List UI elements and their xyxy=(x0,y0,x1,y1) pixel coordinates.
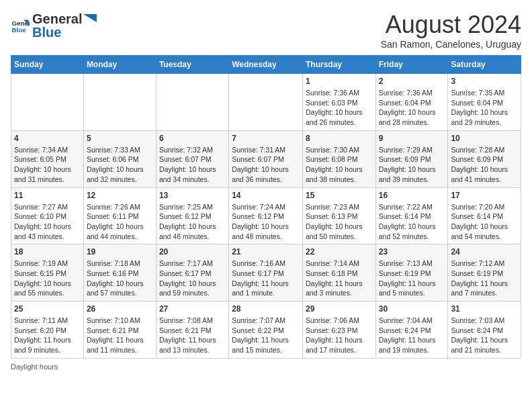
day-info: Sunrise: 7:25 AM Sunset: 6:12 PM Dayligh… xyxy=(159,202,226,242)
calendar-cell: 6Sunrise: 7:32 AM Sunset: 6:07 PM Daylig… xyxy=(156,130,228,187)
day-of-week-header: Tuesday xyxy=(156,56,228,74)
day-info: Sunrise: 7:08 AM Sunset: 6:21 PM Dayligh… xyxy=(159,316,226,355)
day-info: Sunrise: 7:16 AM Sunset: 6:17 PM Dayligh… xyxy=(232,259,300,298)
calendar-cell: 3Sunrise: 7:35 AM Sunset: 6:04 PM Daylig… xyxy=(448,74,521,131)
title-block: August 2024 San Ramon, Canelones, Urugua… xyxy=(381,11,521,50)
day-number: 15 xyxy=(306,191,373,200)
day-info: Sunrise: 7:34 AM Sunset: 6:05 PM Dayligh… xyxy=(14,145,81,185)
calendar-cell: 25Sunrise: 7:11 AM Sunset: 6:20 PM Dayli… xyxy=(11,302,84,359)
day-info: Sunrise: 7:14 AM Sunset: 6:18 PM Dayligh… xyxy=(306,259,373,298)
day-info: Sunrise: 7:10 AM Sunset: 6:21 PM Dayligh… xyxy=(87,316,153,355)
calendar-cell xyxy=(156,74,228,131)
day-number: 27 xyxy=(159,304,226,314)
day-of-week-header: Saturday xyxy=(448,56,521,74)
day-number: 7 xyxy=(232,134,300,143)
day-number: 10 xyxy=(451,134,518,143)
calendar-cell: 17Sunrise: 7:20 AM Sunset: 6:14 PM Dayli… xyxy=(448,187,521,244)
day-info: Sunrise: 7:32 AM Sunset: 6:07 PM Dayligh… xyxy=(159,145,226,185)
calendar-cell: 7Sunrise: 7:31 AM Sunset: 6:07 PM Daylig… xyxy=(229,130,303,187)
day-number: 21 xyxy=(232,247,300,257)
day-number: 5 xyxy=(87,134,153,143)
day-number: 23 xyxy=(379,247,445,257)
day-info: Sunrise: 7:12 AM Sunset: 6:19 PM Dayligh… xyxy=(451,259,518,298)
day-number: 24 xyxy=(451,247,518,257)
calendar-cell: 19Sunrise: 7:18 AM Sunset: 6:16 PM Dayli… xyxy=(83,244,156,302)
day-number: 29 xyxy=(306,304,373,314)
day-number: 17 xyxy=(451,191,518,200)
logo-blue-text: Blue xyxy=(32,24,97,40)
day-info: Sunrise: 7:22 AM Sunset: 6:14 PM Dayligh… xyxy=(379,202,445,242)
day-info: Sunrise: 7:07 AM Sunset: 6:22 PM Dayligh… xyxy=(232,316,300,355)
calendar-cell: 20Sunrise: 7:17 AM Sunset: 6:17 PM Dayli… xyxy=(156,244,228,302)
day-number: 30 xyxy=(379,304,445,314)
calendar-cell: 22Sunrise: 7:14 AM Sunset: 6:18 PM Dayli… xyxy=(302,244,375,302)
calendar-cell: 13Sunrise: 7:25 AM Sunset: 6:12 PM Dayli… xyxy=(156,187,228,244)
day-info: Sunrise: 7:36 AM Sunset: 6:04 PM Dayligh… xyxy=(379,88,445,128)
day-info: Sunrise: 7:35 AM Sunset: 6:04 PM Dayligh… xyxy=(451,88,518,128)
calendar-week-row: 4Sunrise: 7:34 AM Sunset: 6:05 PM Daylig… xyxy=(11,130,521,187)
day-number: 25 xyxy=(14,304,81,314)
calendar-cell: 5Sunrise: 7:33 AM Sunset: 6:06 PM Daylig… xyxy=(83,130,156,187)
calendar-cell: 8Sunrise: 7:30 AM Sunset: 6:08 PM Daylig… xyxy=(302,130,375,187)
day-info: Sunrise: 7:03 AM Sunset: 6:24 PM Dayligh… xyxy=(451,316,518,355)
day-number: 6 xyxy=(159,134,226,143)
day-of-week-header: Friday xyxy=(375,56,448,74)
day-number: 19 xyxy=(87,247,153,257)
day-number: 2 xyxy=(379,77,445,86)
day-info: Sunrise: 7:17 AM Sunset: 6:17 PM Dayligh… xyxy=(159,259,226,298)
month-year-title: August 2024 xyxy=(381,11,521,39)
day-info: Sunrise: 7:27 AM Sunset: 6:10 PM Dayligh… xyxy=(14,202,81,242)
calendar-cell: 4Sunrise: 7:34 AM Sunset: 6:05 PM Daylig… xyxy=(11,130,84,187)
day-of-week-header: Thursday xyxy=(302,56,375,74)
day-number: 9 xyxy=(379,134,445,143)
calendar-cell: 16Sunrise: 7:22 AM Sunset: 6:14 PM Dayli… xyxy=(375,187,448,244)
calendar-cell: 24Sunrise: 7:12 AM Sunset: 6:19 PM Dayli… xyxy=(448,244,521,302)
day-number: 22 xyxy=(306,247,373,257)
day-info: Sunrise: 7:20 AM Sunset: 6:14 PM Dayligh… xyxy=(451,202,518,242)
day-info: Sunrise: 7:11 AM Sunset: 6:20 PM Dayligh… xyxy=(14,316,81,355)
calendar-week-row: 25Sunrise: 7:11 AM Sunset: 6:20 PM Dayli… xyxy=(11,302,521,359)
calendar-cell: 15Sunrise: 7:23 AM Sunset: 6:13 PM Dayli… xyxy=(302,187,375,244)
logo-icon: General Blue xyxy=(11,16,30,35)
day-number: 12 xyxy=(87,191,153,200)
page-header: General Blue General Blue August 2024 Sa… xyxy=(11,11,521,50)
calendar-cell: 2Sunrise: 7:36 AM Sunset: 6:04 PM Daylig… xyxy=(375,74,448,131)
calendar-cell: 18Sunrise: 7:19 AM Sunset: 6:15 PM Dayli… xyxy=(11,244,84,302)
day-of-week-header: Monday xyxy=(83,56,156,74)
svg-text:Blue: Blue xyxy=(11,26,26,34)
day-info: Sunrise: 7:28 AM Sunset: 6:09 PM Dayligh… xyxy=(451,145,518,185)
day-number: 8 xyxy=(306,134,373,143)
day-number: 13 xyxy=(159,191,226,200)
calendar-cell: 27Sunrise: 7:08 AM Sunset: 6:21 PM Dayli… xyxy=(156,302,228,359)
calendar-cell: 26Sunrise: 7:10 AM Sunset: 6:21 PM Dayli… xyxy=(83,302,156,359)
day-info: Sunrise: 7:06 AM Sunset: 6:23 PM Dayligh… xyxy=(306,316,373,355)
calendar-cell: 11Sunrise: 7:27 AM Sunset: 6:10 PM Dayli… xyxy=(11,187,84,244)
calendar-cell: 14Sunrise: 7:24 AM Sunset: 6:12 PM Dayli… xyxy=(229,187,303,244)
calendar-week-row: 18Sunrise: 7:19 AM Sunset: 6:15 PM Dayli… xyxy=(11,244,521,302)
calendar-cell: 23Sunrise: 7:13 AM Sunset: 6:19 PM Dayli… xyxy=(375,244,448,302)
calendar-cell xyxy=(11,74,84,131)
svg-marker-3 xyxy=(83,14,97,22)
calendar-table: SundayMondayTuesdayWednesdayThursdayFrid… xyxy=(11,55,521,359)
day-number: 26 xyxy=(87,304,153,314)
day-number: 28 xyxy=(232,304,300,314)
day-number: 31 xyxy=(451,304,518,314)
day-info: Sunrise: 7:36 AM Sunset: 6:03 PM Dayligh… xyxy=(306,88,373,128)
calendar-cell: 12Sunrise: 7:26 AM Sunset: 6:11 PM Dayli… xyxy=(83,187,156,244)
calendar-cell: 29Sunrise: 7:06 AM Sunset: 6:23 PM Dayli… xyxy=(302,302,375,359)
day-info: Sunrise: 7:24 AM Sunset: 6:12 PM Dayligh… xyxy=(232,202,300,242)
day-number: 14 xyxy=(232,191,300,200)
footer-note: Daylight hours xyxy=(11,363,521,371)
calendar-week-row: 1Sunrise: 7:36 AM Sunset: 6:03 PM Daylig… xyxy=(11,74,521,131)
day-info: Sunrise: 7:30 AM Sunset: 6:08 PM Dayligh… xyxy=(306,145,373,185)
logo-triangle-icon xyxy=(83,11,97,25)
calendar-week-row: 11Sunrise: 7:27 AM Sunset: 6:10 PM Dayli… xyxy=(11,187,521,244)
day-info: Sunrise: 7:26 AM Sunset: 6:11 PM Dayligh… xyxy=(87,202,153,242)
day-info: Sunrise: 7:33 AM Sunset: 6:06 PM Dayligh… xyxy=(87,145,153,185)
day-number: 20 xyxy=(159,247,226,257)
calendar-cell: 21Sunrise: 7:16 AM Sunset: 6:17 PM Dayli… xyxy=(229,244,303,302)
day-number: 18 xyxy=(14,247,81,257)
day-info: Sunrise: 7:04 AM Sunset: 6:24 PM Dayligh… xyxy=(379,316,445,355)
day-number: 4 xyxy=(14,134,81,143)
location-subtitle: San Ramon, Canelones, Uruguay xyxy=(381,39,521,50)
